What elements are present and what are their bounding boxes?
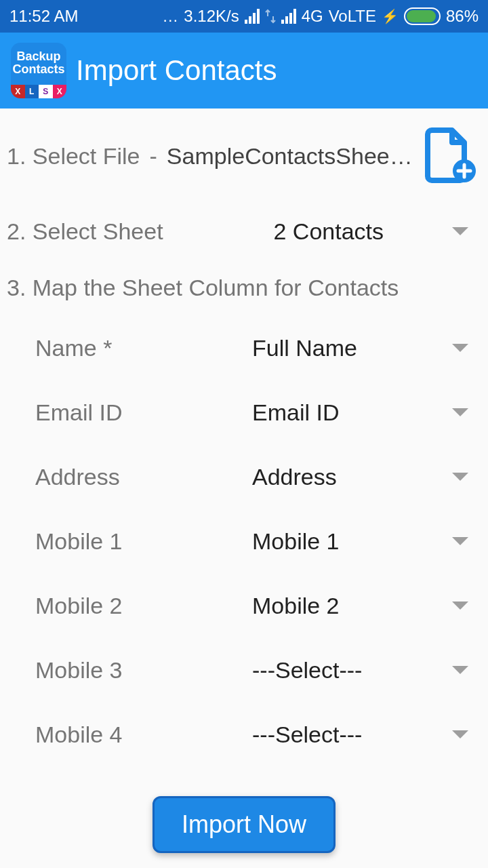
map-label: Mobile 4 (35, 722, 252, 748)
chevron-down-icon (451, 408, 469, 418)
status-bar: 11:52 AM … 3.12K/s 4G VoLTE ⚡ 86% (0, 0, 488, 33)
chevron-down-icon (451, 601, 469, 612)
map-row-mobile1: Mobile 1 Mobile 1 (0, 509, 488, 574)
map-dropdown-mobile3[interactable]: ---Select--- (252, 657, 469, 684)
map-dropdown-value: ---Select--- (252, 657, 362, 684)
app-icon: Backup Contacts X L S X (11, 43, 66, 98)
import-now-button[interactable]: Import Now (152, 796, 336, 853)
map-dropdown-value: Address (252, 464, 337, 490)
status-battery-pct: 86% (446, 7, 479, 26)
map-dropdown-mobile1[interactable]: Mobile 1 (252, 528, 469, 555)
map-label: Mobile 3 (35, 657, 252, 684)
chevron-down-icon (451, 472, 469, 483)
status-speed: 3.12K/s (184, 7, 239, 26)
status-network: 4G (302, 7, 323, 26)
page-title: Import Contacts (76, 54, 277, 87)
map-label: Name * (35, 335, 252, 361)
map-row-name: Name * Full Name (0, 316, 488, 380)
map-label: Address (35, 464, 252, 490)
sheet-dropdown-value: 2 Contacts (273, 218, 384, 245)
sheet-dropdown[interactable]: 2 Contacts (273, 218, 469, 245)
chevron-down-icon (451, 665, 469, 676)
mapping-list: Name * Full Name Email ID Email ID Addre… (0, 309, 488, 767)
map-dropdown-value: Email ID (252, 399, 339, 426)
app-icon-strip: X L S X (11, 85, 66, 98)
chevron-down-icon (451, 343, 469, 354)
status-volte: VoLTE (329, 7, 376, 26)
selected-file-name: SampleContactsShee… (167, 143, 418, 170)
app-icon-line1: Backup (16, 50, 60, 64)
map-label: Email ID (35, 399, 252, 426)
status-time: 11:52 AM (9, 7, 78, 26)
battery-icon (404, 7, 441, 25)
content: 1. Select File - SampleContactsShee… 2. … (0, 108, 488, 767)
map-dropdown-email[interactable]: Email ID (252, 399, 469, 426)
step-select-sheet: 2. Select Sheet 2 Contacts (0, 203, 488, 260)
file-separator: - (140, 143, 167, 170)
map-row-mobile4: Mobile 4 ---Select--- (0, 703, 488, 767)
add-file-button[interactable] (421, 127, 476, 184)
map-label: Mobile 1 (35, 528, 252, 555)
map-dropdown-value: Full Name (252, 335, 357, 361)
map-dropdown-mobile4[interactable]: ---Select--- (252, 722, 469, 748)
map-dropdown-value: Mobile 1 (252, 528, 340, 555)
step-map-header: 3. Map the Sheet Column for Contacts (0, 260, 488, 309)
map-dropdown-value: ---Select--- (252, 722, 362, 748)
charging-icon: ⚡ (382, 8, 399, 24)
chevron-down-icon (451, 226, 469, 237)
chevron-down-icon (451, 536, 469, 547)
signal-icon-2 (281, 9, 296, 24)
app-bar: Backup Contacts X L S X Import Contacts (0, 33, 488, 108)
step-select-file: 1. Select File - SampleContactsShee… (0, 108, 488, 203)
map-dropdown-value: Mobile 2 (252, 593, 340, 619)
step-file-label: 1. Select File (7, 143, 140, 170)
more-dots: … (162, 7, 178, 26)
map-row-address: Address Address (0, 445, 488, 509)
data-arrows-icon (265, 8, 276, 24)
map-row-email: Email ID Email ID (0, 380, 488, 445)
map-dropdown-mobile2[interactable]: Mobile 2 (252, 593, 469, 619)
map-row-mobile2: Mobile 2 Mobile 2 (0, 574, 488, 638)
app-icon-line2: Contacts (12, 62, 64, 77)
map-row-mobile3: Mobile 3 ---Select--- (0, 638, 488, 703)
chevron-down-icon (451, 730, 469, 741)
map-label: Mobile 2 (35, 593, 252, 619)
map-dropdown-address[interactable]: Address (252, 464, 469, 490)
signal-icon (245, 9, 260, 24)
map-dropdown-name[interactable]: Full Name (252, 335, 469, 361)
step-sheet-label: 2. Select Sheet (7, 218, 163, 245)
